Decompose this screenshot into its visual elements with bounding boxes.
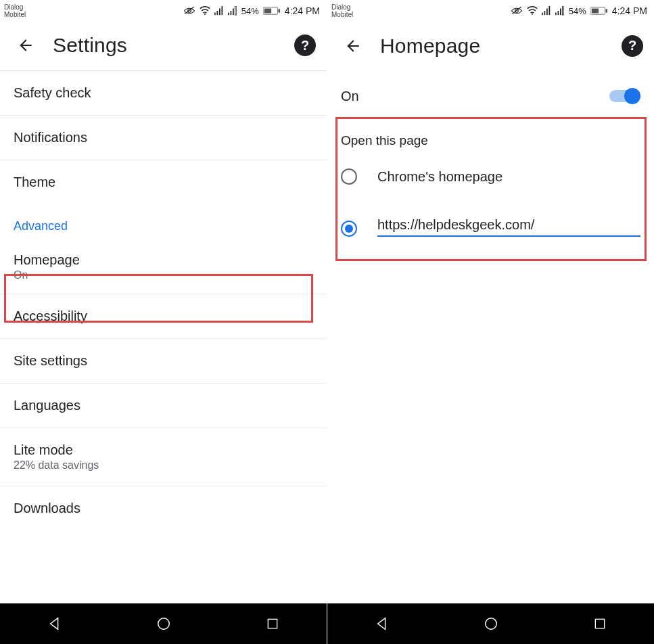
homepage-screen: Dialog Mobitel 54% [327, 0, 654, 644]
wifi-icon [527, 6, 538, 16]
help-button[interactable]: ? [294, 34, 316, 56]
homepage-url-input[interactable] [377, 214, 640, 237]
svg-rect-24 [562, 6, 563, 15]
radio-selected-icon [341, 221, 357, 237]
row-languages[interactable]: Languages [0, 384, 327, 428]
carrier-label: Dialog Mobitel [4, 3, 26, 18]
nav-back-button[interactable] [34, 610, 75, 637]
section-advanced: Advanced [0, 204, 327, 240]
battery-icon [263, 6, 281, 16]
toggle-row[interactable]: On [327, 71, 654, 121]
homepage-content: On Open this page Chrome's homepage [327, 71, 654, 603]
nav-recent-button[interactable] [252, 610, 293, 637]
svg-point-1 [204, 14, 206, 15]
svg-rect-6 [228, 13, 229, 16]
signal-icon [214, 6, 224, 16]
row-downloads[interactable]: Downloads [0, 486, 327, 530]
svg-rect-17 [542, 13, 543, 16]
status-bar: Dialog Mobitel 54% [0, 0, 327, 20]
svg-point-28 [485, 618, 496, 630]
svg-rect-7 [230, 11, 231, 15]
row-lite-mode[interactable]: Lite mode 22% data savings [0, 428, 327, 486]
signal-icon-2 [555, 6, 565, 16]
page-title: Settings [53, 34, 294, 57]
back-button[interactable] [11, 30, 41, 60]
eye-icon [183, 6, 195, 16]
svg-rect-23 [560, 9, 561, 16]
row-site-settings[interactable]: Site settings [0, 339, 327, 384]
svg-rect-2 [214, 13, 216, 16]
settings-list: Safety check Notifications Theme Advance… [0, 71, 327, 603]
row-safety-check[interactable]: Safety check [0, 71, 327, 116]
svg-rect-12 [278, 9, 280, 12]
svg-point-13 [158, 618, 169, 630]
svg-rect-3 [216, 11, 218, 15]
app-bar: Settings ? [0, 20, 327, 71]
status-bar: Dialog Mobitel 54% [327, 0, 654, 20]
status-right: 54% 4:24 PM [183, 5, 320, 16]
help-button[interactable]: ? [622, 35, 643, 57]
svg-rect-26 [592, 9, 599, 14]
svg-rect-29 [595, 619, 604, 628]
back-button[interactable] [338, 31, 368, 61]
carrier-label: Dialog Mobitel [331, 3, 353, 18]
nav-home-button[interactable] [471, 610, 511, 637]
row-notifications[interactable]: Notifications [0, 116, 327, 160]
radio-unselected-icon [341, 168, 357, 185]
page-title: Homepage [380, 34, 622, 58]
nav-back-button[interactable] [362, 610, 402, 637]
svg-rect-14 [268, 619, 277, 628]
svg-rect-5 [221, 6, 223, 15]
svg-rect-21 [555, 13, 557, 16]
svg-rect-8 [233, 9, 234, 16]
radio-custom-url[interactable] [341, 198, 640, 250]
android-nav-bar [327, 603, 654, 644]
svg-rect-18 [544, 11, 545, 15]
clock-label: 4:24 PM [285, 5, 320, 16]
signal-icon [542, 6, 551, 16]
open-this-page-section: Open this page Chrome's homepage [327, 121, 654, 264]
settings-screen: Dialog Mobitel 54% [0, 0, 327, 644]
nav-recent-button[interactable] [580, 610, 620, 637]
nav-home-button[interactable] [143, 610, 184, 637]
toggle-switch[interactable] [608, 87, 640, 105]
signal-icon-2 [228, 6, 237, 16]
android-nav-bar [0, 603, 327, 644]
svg-rect-27 [605, 9, 607, 12]
toggle-label: On [341, 89, 359, 104]
radio-chrome-homepage[interactable]: Chrome's homepage [341, 155, 640, 198]
svg-rect-20 [548, 6, 550, 15]
row-accessibility[interactable]: Accessibility [0, 294, 327, 339]
wifi-icon [200, 6, 210, 16]
row-theme[interactable]: Theme [0, 160, 327, 204]
radio-chrome-label: Chrome's homepage [377, 169, 503, 185]
section-label: Open this page [341, 121, 640, 155]
svg-rect-11 [264, 9, 271, 14]
status-right: 54% 4:24 PM [511, 5, 647, 16]
app-bar: Homepage ? [327, 20, 654, 71]
svg-point-16 [532, 14, 533, 15]
battery-pct: 54% [241, 6, 259, 16]
svg-rect-9 [235, 6, 236, 15]
svg-rect-22 [557, 11, 559, 15]
battery-icon [590, 6, 608, 16]
clock-label: 4:24 PM [612, 5, 647, 16]
eye-icon [511, 6, 523, 16]
svg-rect-4 [219, 9, 220, 16]
svg-rect-19 [546, 9, 548, 16]
battery-pct: 54% [569, 6, 586, 16]
row-homepage[interactable]: Homepage On [0, 240, 327, 294]
